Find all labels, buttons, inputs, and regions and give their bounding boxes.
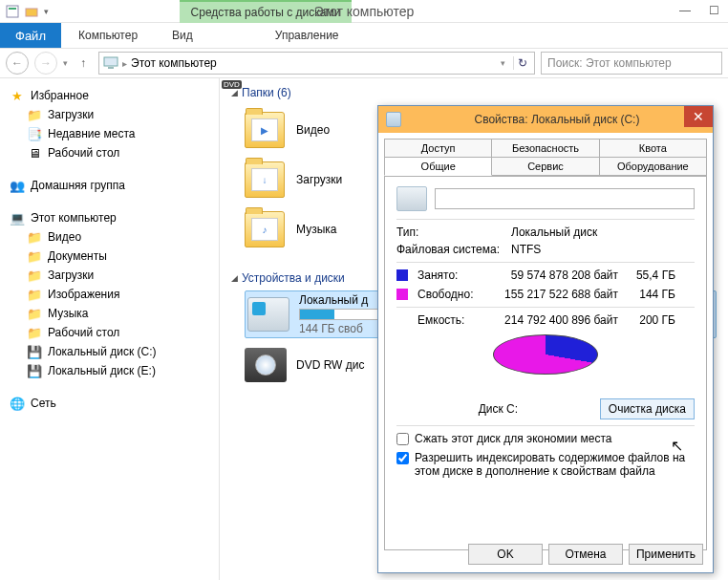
drive-icon (386, 112, 401, 127)
svg-rect-0 (7, 6, 18, 17)
disk-label: Диск C: (396, 402, 600, 416)
compress-checkbox[interactable] (396, 433, 409, 445)
sidebar-item-downloads2[interactable]: 📁Загрузки (0, 266, 219, 285)
breadcrumb-location[interactable]: Этот компьютер (131, 56, 217, 70)
sidebar-item-label: Изображения (48, 288, 119, 301)
drive-label: DVD RW дис (296, 358, 364, 372)
qat-properties-icon[interactable] (4, 3, 21, 20)
network-icon: 🌐 (10, 396, 25, 411)
svg-rect-1 (9, 8, 16, 10)
tab-tools[interactable]: Сервис (491, 157, 599, 176)
index-checkbox[interactable] (396, 452, 409, 464)
sidebar-item-label: Документы (48, 249, 107, 263)
sidebar: ★Избранное 📁Загрузки 📑Недавние места 🖥Ра… (0, 78, 220, 580)
window-title: Этот компьютер (314, 4, 415, 19)
collapse-icon: ◢ (231, 88, 238, 97)
file-tab[interactable]: Файл (0, 23, 61, 48)
folder-icon: 📁 (27, 229, 42, 245)
tab-general[interactable]: Общие (384, 157, 492, 176)
fs-value: NTFS (511, 243, 541, 256)
cap-label: Емкость: (418, 313, 494, 327)
section-folders[interactable]: ◢Папки (6) (231, 86, 717, 99)
desktop-icon: 🖥 (27, 145, 42, 161)
sidebar-item-label: Рабочий стол (48, 326, 119, 339)
used-bytes: 59 574 878 208 байт (494, 269, 618, 282)
sidebar-item-label: Локальный диск (E:) (48, 364, 156, 377)
drive-icon (396, 186, 427, 211)
qat-new-folder-icon[interactable] (23, 3, 40, 20)
address-bar[interactable]: ▸ Этот компьютер ▾ ↻ (98, 52, 535, 75)
sidebar-item-label: Загрузки (48, 269, 94, 282)
free-color-swatch (396, 289, 408, 300)
star-icon: ★ (10, 88, 25, 103)
free-gb: 144 ГБ (618, 288, 675, 301)
minimize-button[interactable]: — (671, 0, 699, 21)
free-bytes: 155 217 522 688 байт (494, 288, 618, 301)
recent-icon: 📑 (27, 126, 42, 141)
sidebar-this-pc[interactable]: 💻Этот компьютер (0, 208, 219, 227)
ok-button[interactable]: OK (468, 544, 543, 565)
menu-computer[interactable]: Компьютер (61, 23, 155, 48)
disk-cleanup-button[interactable]: Очистка диска (600, 398, 695, 419)
tab-hardware[interactable]: Оборудование (599, 157, 707, 176)
close-button[interactable]: ✕ (684, 106, 713, 127)
sidebar-homegroup-label: Домашняя группа (31, 179, 125, 192)
drive-name-input[interactable] (435, 188, 695, 209)
sidebar-item-label: Загрузки (48, 108, 94, 121)
used-gb: 55,4 ГБ (618, 269, 675, 282)
tab-access[interactable]: Доступ (384, 139, 492, 158)
dialog-titlebar[interactable]: Свойства: Локальный диск (C:) ✕ (378, 106, 713, 133)
apply-button[interactable]: Применить (629, 544, 703, 565)
sidebar-network[interactable]: 🌐Сеть (0, 394, 219, 413)
sidebar-favorites-label: Избранное (31, 89, 89, 102)
sidebar-item-label: Музыка (48, 307, 88, 320)
maximize-button[interactable]: ☐ (699, 0, 728, 21)
folder-label: Видео (296, 123, 330, 137)
used-color-swatch (396, 269, 408, 281)
sidebar-item-recent[interactable]: 📑Недавние места (0, 124, 219, 143)
sidebar-homegroup[interactable]: 👥Домашняя группа (0, 176, 219, 195)
properties-dialog: Свойства: Локальный диск (C:) ✕ Доступ Б… (377, 105, 714, 573)
sidebar-item-desktop2[interactable]: 📁Рабочий стол (0, 323, 219, 342)
index-label: Разрешить индексировать содержимое файло… (415, 451, 695, 478)
qat-dropdown-icon[interactable]: ▾ (44, 7, 49, 16)
sidebar-item-label: Локальный диск (C:) (48, 345, 157, 358)
sidebar-item-drive-c[interactable]: 💾Локальный диск (C:) (0, 342, 219, 361)
sidebar-favorites[interactable]: ★Избранное (0, 86, 219, 105)
drive-icon: 💾 (27, 344, 42, 359)
sidebar-item-drive-e[interactable]: 💾Локальный диск (E:) (0, 361, 219, 380)
pc-icon: 💻 (10, 210, 25, 226)
section-folders-label: Папки (6) (242, 86, 291, 99)
menu-manage[interactable]: Управление (258, 23, 356, 48)
sidebar-item-pictures[interactable]: 📁Изображения (0, 285, 219, 304)
drive-icon (247, 297, 289, 332)
sidebar-item-documents[interactable]: 📁Документы (0, 247, 219, 266)
folder-icon: 📁 (27, 107, 42, 122)
usage-pie-chart (493, 334, 598, 387)
back-button[interactable]: ← (6, 52, 29, 75)
tab-quota[interactable]: Квота (599, 139, 707, 158)
refresh-icon[interactable]: ↻ (513, 56, 530, 70)
history-dropdown-icon[interactable]: ▾ (63, 58, 68, 68)
used-label: Занято: (418, 269, 494, 282)
tab-security[interactable]: Безопасность (491, 139, 599, 158)
folder-icon: 📁 (27, 268, 42, 283)
forward-button[interactable]: → (34, 52, 57, 75)
sidebar-item-label: Рабочий стол (48, 146, 119, 160)
sidebar-item-desktop[interactable]: 🖥Рабочий стол (0, 143, 219, 162)
sidebar-item-music[interactable]: 📁Музыка (0, 304, 219, 323)
cancel-button[interactable]: Отмена (548, 544, 623, 565)
this-pc-icon (103, 55, 118, 71)
cap-gb: 200 ГБ (618, 313, 675, 327)
sidebar-item-videos[interactable]: 📁Видео (0, 227, 219, 247)
drive-icon: 💾 (27, 363, 42, 378)
search-input[interactable]: Поиск: Этот компьютер (541, 52, 722, 75)
sidebar-this-pc-label: Этот компьютер (31, 211, 117, 225)
sidebar-item-downloads[interactable]: 📁Загрузки (0, 105, 219, 124)
chevron-right-icon[interactable]: ▸ (122, 58, 127, 69)
svg-rect-3 (104, 57, 118, 66)
folder-icon: 📁 (27, 306, 42, 321)
menu-view[interactable]: Вид (155, 23, 210, 48)
address-dropdown-icon[interactable]: ▾ (497, 58, 509, 68)
up-button[interactable]: ↑ (74, 54, 93, 73)
